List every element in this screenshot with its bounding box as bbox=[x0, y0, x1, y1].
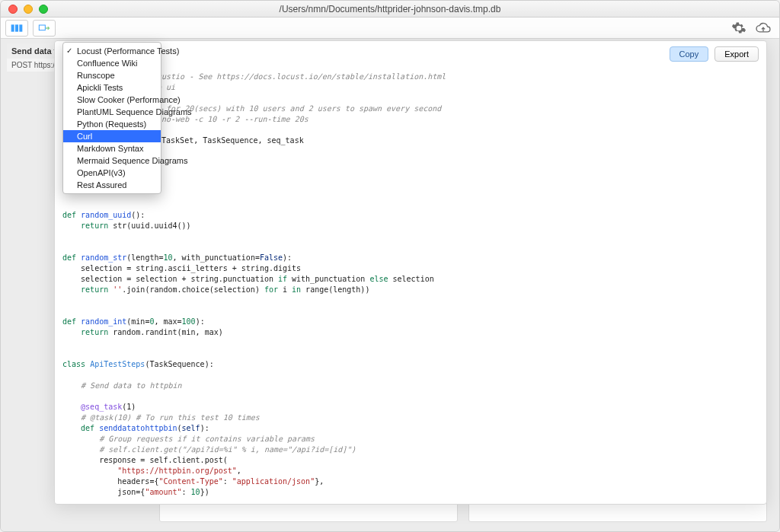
exporter-option[interactable]: Curl bbox=[63, 130, 161, 142]
exporter-dropdown[interactable]: Locust (Performance Tests)Confluence Wik… bbox=[62, 42, 161, 194]
exporter-option[interactable]: Rest Assured bbox=[63, 179, 161, 191]
exporter-option[interactable]: Markdown Syntax bbox=[63, 142, 161, 155]
toolbar-sync-button[interactable] bbox=[33, 20, 56, 37]
exporter-option[interactable]: Apickli Tests bbox=[63, 81, 161, 94]
settings-icon[interactable] bbox=[730, 20, 747, 37]
window-title: /Users/nmn/Documents/httprider-johnson-d… bbox=[1, 4, 779, 14]
exporter-option[interactable]: Runscope bbox=[63, 69, 161, 81]
toolbar bbox=[1, 18, 779, 39]
cloud-upload-icon[interactable] bbox=[755, 20, 772, 37]
exporter-option[interactable]: Confluence Wiki bbox=[63, 57, 161, 69]
export-button[interactable]: Export bbox=[714, 46, 759, 62]
svg-rect-2 bbox=[19, 24, 22, 31]
exporter-option[interactable]: Locust (Performance Tests) bbox=[63, 45, 161, 57]
titlebar: /Users/nmn/Documents/httprider-johnson-d… bbox=[1, 1, 779, 18]
svg-rect-0 bbox=[11, 24, 14, 31]
export-panel: Locust (Performance Tests)Confluence Wik… bbox=[54, 40, 767, 505]
exporter-option[interactable]: Python (Requests) bbox=[63, 118, 161, 130]
svg-rect-3 bbox=[39, 25, 45, 30]
exporter-option[interactable]: Mermaid Sequence Diagrams bbox=[63, 155, 161, 167]
toolbar-panel-button[interactable] bbox=[5, 20, 28, 37]
svg-rect-1 bbox=[15, 24, 18, 31]
exporter-option[interactable]: Slow Cooker (Performance) bbox=[63, 94, 161, 106]
code-preview[interactable]: ocustio - See https://docs.locust.io/en/… bbox=[62, 72, 759, 496]
copy-button[interactable]: Copy bbox=[670, 46, 709, 62]
exporter-option[interactable]: OpenAPI(v3) bbox=[63, 167, 161, 179]
exporter-option[interactable]: PlantUML Sequence Diagrams bbox=[63, 106, 161, 118]
